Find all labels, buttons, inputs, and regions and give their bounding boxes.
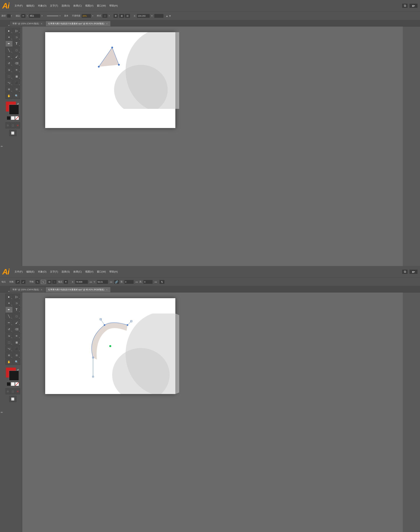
b-shape-btn[interactable]: □ — [13, 313, 20, 319]
distribute-icon[interactable]: ⊟ — [125, 14, 130, 18]
slice-btn[interactable]: ⊟ — [13, 86, 20, 92]
brush-tool-btn[interactable]: 🖌 — [13, 54, 20, 60]
b-draw-behind-btn[interactable]: ⬚ — [11, 388, 15, 394]
pen-tool-btn[interactable]: ✒ — [5, 41, 13, 47]
free-transform-btn[interactable]: ⬚ — [5, 73, 13, 79]
b-free-btn[interactable]: ⬚ — [5, 339, 13, 345]
tab-scroll-left[interactable]: ◀ — [8, 24, 10, 26]
white-swatch-bottom[interactable] — [11, 382, 15, 386]
tab-eps-close-bottom[interactable]: ✕ — [106, 289, 108, 291]
tab-apple-bottom[interactable]: 苹果* @ 100% (CMYK/预览) ✕ — [10, 287, 45, 292]
menu-window-top[interactable]: 窗口(W) — [97, 4, 106, 7]
transform-btn1[interactable]: ↗ — [15, 280, 20, 284]
menu-view-bottom[interactable]: 视图(V) — [85, 270, 93, 274]
draw-inside-btn[interactable]: ⊠ — [15, 122, 20, 129]
b-eraser-btn[interactable]: ⌫ — [13, 326, 20, 332]
tab-apple-close-bottom[interactable]: ✕ — [41, 289, 43, 291]
menu-view-top[interactable]: 视图(V) — [85, 4, 93, 7]
artboard-btn[interactable]: ⊞ — [5, 86, 13, 92]
warp-tool-btn[interactable]: ≋ — [13, 67, 20, 73]
tab-eps-top[interactable]: 红苹果与果汁包装设计矢量素材.eps* @ 80.41% (RGB/预览) ✕ — [45, 21, 111, 26]
menu-effect-top[interactable]: 效果(C) — [73, 4, 82, 7]
stroke-swatch-top[interactable] — [9, 105, 19, 115]
b-direct-selection-btn[interactable]: ▷ — [13, 294, 20, 300]
menu-file-bottom[interactable]: 文件(F) — [15, 270, 23, 274]
scale-tool-btn[interactable]: ⇲ — [5, 67, 13, 73]
handle-btn2[interactable]: ∿ — [41, 280, 45, 284]
white-swatch-top[interactable] — [11, 116, 15, 120]
misc-icon2[interactable]: → — [52, 280, 57, 284]
handle-btn1[interactable]: ∿ — [35, 280, 40, 284]
b-pen-tool-btn[interactable]: ✒ — [5, 307, 13, 313]
b-lasso-btn[interactable]: ⊃ — [13, 300, 20, 306]
menu-file-top[interactable]: 文件(F) — [15, 4, 23, 7]
screen-mode-btn[interactable]: ⬜ — [9, 130, 16, 136]
black-swatch-bottom[interactable] — [7, 382, 11, 386]
zoom-tool-btn[interactable]: 🔍 — [13, 93, 20, 99]
eyedropper-btn[interactable]: ⌥ — [5, 80, 13, 86]
direct-selection-tool-btn[interactable]: ▷ — [13, 28, 20, 34]
down-arrow-icon[interactable]: ▼ — [169, 14, 171, 17]
workspace-icon-bottom[interactable]: ▦▾ — [409, 270, 418, 274]
misc-icon1[interactable]: ⊟ — [47, 280, 52, 284]
final-icon-btn[interactable]: ↯ — [159, 280, 165, 284]
tab-scroll-left-bottom[interactable]: ◀ — [8, 290, 10, 292]
none-swatch-bottom[interactable] — [15, 382, 19, 386]
menu-edit-bottom[interactable]: 编辑(E) — [26, 270, 34, 274]
tab-eps-bottom[interactable]: 红苹果与果汁包装设计矢量素材.eps* @ 80.41% (RGB/预览) ✕ — [45, 287, 111, 292]
b-line-btn[interactable]: ╲ — [5, 313, 13, 319]
menu-type-top[interactable]: 文字(T) — [50, 4, 58, 7]
black-swatch-top[interactable] — [7, 116, 11, 120]
none-swatch-top[interactable] — [15, 116, 19, 120]
menu-window-bottom[interactable]: 窗口(W) — [97, 270, 106, 274]
lasso-tool-btn[interactable]: ⊃ — [13, 34, 20, 40]
menu-object-bottom[interactable]: 对象(O) — [38, 270, 46, 274]
b-hand-btn[interactable]: ✋ — [5, 359, 13, 365]
tab-apple-close-top[interactable]: ✕ — [41, 22, 43, 25]
transform-btn2[interactable]: ↙ — [21, 280, 26, 284]
draw-behind-btn[interactable]: ⬚ — [11, 122, 15, 129]
menu-help-top[interactable]: 帮助(H) — [109, 4, 118, 7]
b-selection-tool-btn[interactable]: ▸ — [5, 294, 13, 300]
grid-icon[interactable]: ⊞ — [119, 14, 124, 18]
b-screen-mode-btn[interactable]: ⬜ — [9, 396, 16, 402]
menu-edit-top[interactable]: 编辑(E) — [26, 4, 34, 7]
b-shapebuilder-btn[interactable]: ▦ — [13, 339, 20, 345]
pencil-tool-btn[interactable]: ✏ — [5, 54, 13, 60]
b-type-tool-btn[interactable]: T — [13, 307, 20, 313]
hand-tool-btn[interactable]: ✋ — [5, 93, 13, 99]
type-tool-btn[interactable]: T — [13, 41, 20, 47]
rotate-tool-btn[interactable]: ↺ — [5, 60, 13, 66]
anchor-icon-btn[interactable]: ✦ — [63, 280, 68, 284]
b-slice-btn[interactable]: ⊟ — [13, 352, 20, 358]
draw-normal-btn[interactable]: □ — [6, 122, 10, 129]
magic-wand-btn[interactable]: ✦ — [5, 34, 13, 40]
stroke-mode-icon[interactable]: ✏ — [21, 14, 26, 18]
b-magic-wand-btn[interactable]: ✦ — [5, 300, 13, 306]
arrange-icon-bottom[interactable]: ⧉ — [402, 270, 408, 274]
stroke-swatch-bottom[interactable] — [9, 371, 19, 381]
graph-tool-btn[interactable]: ⬛ — [13, 80, 20, 86]
transform-icon[interactable]: ⚙ — [113, 14, 118, 18]
b-draw-inside-btn[interactable]: ⊠ — [15, 388, 20, 394]
menu-type-bottom[interactable]: 文字(T) — [50, 270, 58, 274]
tab-eps-close-top[interactable]: ✕ — [106, 22, 108, 25]
shape-builder-btn[interactable]: □ — [13, 47, 20, 53]
b-draw-normal-btn[interactable]: □ — [6, 388, 10, 394]
b-pencil-btn[interactable]: ✏ — [5, 320, 13, 326]
menu-help-bottom[interactable]: 帮助(H) — [109, 270, 118, 274]
b-brush-btn[interactable]: 🖌 — [13, 320, 20, 326]
b-zoom-btn[interactable]: 🔍 — [13, 359, 20, 365]
workspace-icon[interactable]: ▦▾ — [409, 3, 418, 8]
b-warp-btn[interactable]: ≋ — [13, 333, 20, 339]
tab-apple-top[interactable]: 苹果* @ 100% (CMYK/预览) ✕ — [10, 21, 45, 26]
swap-colors-icon[interactable]: ⇄ — [17, 102, 19, 105]
menu-effect-bottom[interactable]: 效果(C) — [73, 270, 82, 274]
b-artboard-btn[interactable]: ⊞ — [5, 352, 13, 358]
b-graph-btn[interactable]: ⬛ — [13, 346, 20, 352]
b-eyedropper-btn[interactable]: ⌥ — [5, 346, 13, 352]
up-arrow-icon[interactable]: ▲ — [165, 14, 168, 17]
menu-object-top[interactable]: 对象(O) — [38, 4, 46, 7]
menu-select-top[interactable]: 选择(S) — [61, 4, 70, 7]
arrange-icon[interactable]: ⧉ — [402, 3, 408, 8]
